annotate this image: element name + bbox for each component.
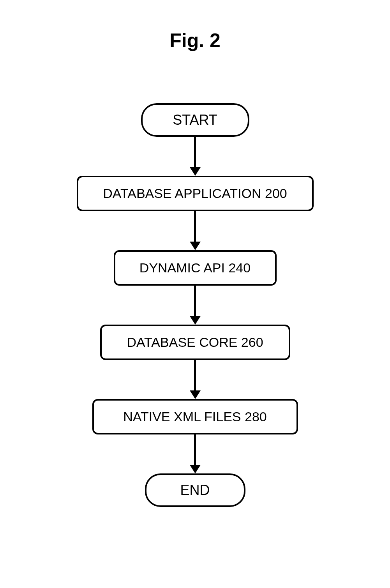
arrow-down-icon bbox=[190, 137, 201, 176]
process-database-application: DATABASE APPLICATION 200 bbox=[77, 176, 314, 211]
figure-title: Fig. 2 bbox=[0, 29, 390, 52]
arrow-down-icon bbox=[190, 211, 201, 250]
end-terminal: END bbox=[145, 473, 245, 507]
process-dynamic-api: DYNAMIC API 240 bbox=[114, 250, 277, 286]
start-terminal: START bbox=[141, 103, 249, 137]
flowchart: START DATABASE APPLICATION 200 DYNAMIC A… bbox=[0, 103, 390, 507]
arrow-down-icon bbox=[190, 286, 201, 325]
arrow-down-icon bbox=[190, 434, 201, 473]
process-database-core: DATABASE CORE 260 bbox=[100, 325, 290, 360]
arrow-down-icon bbox=[190, 360, 201, 399]
diagram-container: Fig. 2 START DATABASE APPLICATION 200 DY… bbox=[0, 0, 390, 588]
process-native-xml-files: NATIVE XML FILES 280 bbox=[92, 399, 298, 434]
